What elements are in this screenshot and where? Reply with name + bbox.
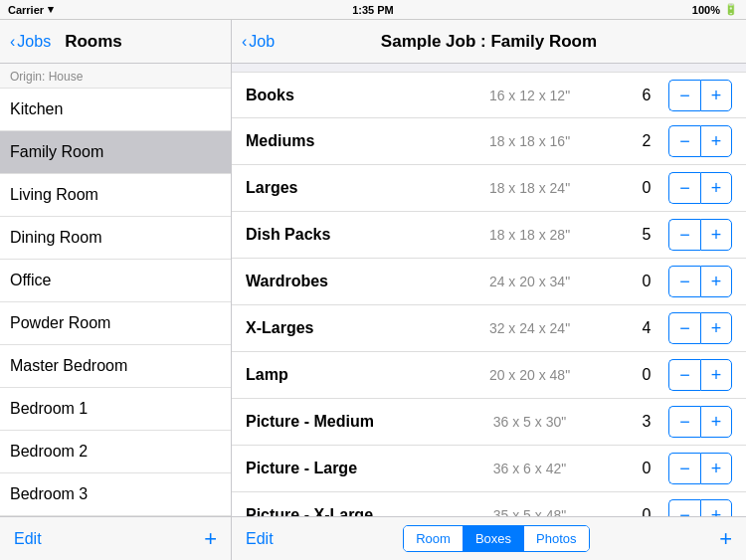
right-edit-button[interactable]: Edit	[246, 530, 274, 548]
box-controls: − +	[668, 499, 732, 516]
box-count: 0	[635, 366, 658, 384]
content-row: Origin: House KitchenFamily RoomLiving R…	[0, 64, 746, 560]
seg-btn-boxes[interactable]: Boxes	[464, 526, 524, 551]
box-row-wardrobes: Wardrobes 24 x 20 x 34" 0 − +	[232, 259, 746, 305]
jobs-back-button[interactable]: ‹ Jobs	[10, 33, 51, 51]
decrement-button[interactable]: −	[668, 453, 700, 484]
box-count: 4	[635, 319, 658, 337]
box-dims: 36 x 6 x 42"	[425, 461, 635, 476]
box-count: 2	[635, 132, 658, 150]
increment-button[interactable]: +	[700, 125, 732, 157]
box-count: 0	[635, 460, 658, 477]
increment-button[interactable]: +	[700, 406, 732, 438]
sidebar-item-bedroom-2[interactable]: Bedroom 2	[0, 431, 231, 473]
right-footer: Edit RoomBoxesPhotos +	[232, 516, 746, 560]
wifi-icon: ▾	[48, 3, 54, 16]
box-row-mediums: Mediums 18 x 18 x 16" 2 − +	[232, 118, 746, 165]
status-right: 100% 🔋	[692, 3, 738, 16]
increment-button[interactable]: +	[700, 453, 732, 484]
box-count: 3	[635, 413, 658, 431]
right-add-button[interactable]: +	[719, 528, 732, 550]
box-dims: 36 x 5 x 30"	[425, 414, 635, 430]
decrement-button[interactable]: −	[668, 125, 700, 157]
box-dims: 32 x 24 x 24"	[425, 320, 635, 336]
battery-label: 100%	[692, 4, 720, 16]
box-row-x-larges: X-Larges 32 x 24 x 24" 4 − +	[232, 305, 746, 352]
right-panel: Books 16 x 12 x 12" 6 − + Mediums 18 x 1…	[232, 64, 746, 560]
boxes-list: Books 16 x 12 x 12" 6 − + Mediums 18 x 1…	[232, 64, 746, 516]
seg-btn-photos[interactable]: Photos	[524, 526, 588, 551]
box-name: Lamp	[246, 366, 425, 384]
sidebar-footer: Edit +	[0, 516, 231, 560]
right-nav: ‹ Job Sample Job : Family Room	[232, 20, 746, 63]
sidebar-list: KitchenFamily RoomLiving RoomDining Room…	[0, 89, 231, 516]
decrement-button[interactable]: −	[668, 499, 700, 516]
sidebar-edit-button[interactable]: Edit	[14, 530, 42, 548]
sidebar-origin: Origin: House	[0, 64, 231, 89]
back-chevron-icon: ‹	[10, 33, 15, 51]
box-dims: 20 x 20 x 48"	[425, 367, 635, 383]
decrement-button[interactable]: −	[668, 359, 700, 391]
box-row-lamp: Lamp 20 x 20 x 48" 0 − +	[232, 352, 746, 399]
sidebar-item-living-room[interactable]: Living Room	[0, 174, 231, 217]
box-name: X-Larges	[246, 319, 425, 337]
box-controls: − +	[668, 125, 732, 157]
box-name: Picture - Medium	[246, 413, 425, 431]
box-row-larges: Larges 18 x 18 x 24" 0 − +	[232, 165, 746, 212]
sidebar-add-button[interactable]: +	[204, 528, 217, 550]
box-name: Larges	[246, 179, 425, 197]
increment-button[interactable]: +	[700, 172, 732, 204]
box-controls: − +	[668, 172, 732, 204]
box-dims: 18 x 18 x 16"	[425, 133, 635, 149]
left-nav: ‹ Jobs Rooms	[0, 20, 232, 63]
back-chevron-icon-right: ‹	[242, 33, 247, 51]
sidebar-item-dining-room[interactable]: Dining Room	[0, 217, 231, 260]
box-controls: − +	[668, 266, 732, 297]
sidebar-item-office[interactable]: Office	[0, 260, 231, 302]
box-dims: 16 x 12 x 12"	[425, 88, 635, 103]
app-container: ‹ Jobs Rooms ‹ Job Sample Job : Family R…	[0, 20, 746, 560]
sidebar: Origin: House KitchenFamily RoomLiving R…	[0, 64, 232, 560]
box-count: 0	[635, 506, 658, 516]
decrement-button[interactable]: −	[668, 80, 700, 111]
box-row-books: Books 16 x 12 x 12" 6 − +	[232, 72, 746, 118]
rooms-title: Rooms	[65, 32, 122, 52]
decrement-button[interactable]: −	[668, 266, 700, 297]
nav-row: ‹ Jobs Rooms ‹ Job Sample Job : Family R…	[0, 20, 746, 64]
box-name: Mediums	[246, 132, 425, 150]
sidebar-item-master-bedroom[interactable]: Master Bedroom	[0, 345, 231, 388]
increment-button[interactable]: +	[700, 80, 732, 111]
sidebar-item-family-room[interactable]: Family Room	[0, 131, 231, 174]
box-controls: − +	[668, 312, 732, 344]
status-bar: Carrier ▾ 1:35 PM 100% 🔋	[0, 0, 746, 20]
increment-button[interactable]: +	[700, 499, 732, 516]
box-row-picture---large: Picture - Large 36 x 6 x 42" 0 − +	[232, 446, 746, 492]
box-controls: − +	[668, 219, 732, 251]
job-back-button[interactable]: ‹ Job	[242, 33, 275, 51]
jobs-back-label: Jobs	[17, 33, 51, 51]
right-nav-title: Sample Job : Family Room	[381, 32, 597, 52]
box-name: Wardrobes	[246, 273, 425, 290]
increment-button[interactable]: +	[700, 266, 732, 297]
increment-button[interactable]: +	[700, 312, 732, 344]
sidebar-item-kitchen[interactable]: Kitchen	[0, 89, 231, 131]
box-controls: − +	[668, 80, 732, 111]
decrement-button[interactable]: −	[668, 406, 700, 438]
box-count: 0	[635, 179, 658, 197]
box-count: 0	[635, 273, 658, 290]
job-back-label: Job	[249, 33, 275, 51]
sidebar-item-powder-room[interactable]: Powder Room	[0, 302, 231, 345]
box-controls: − +	[668, 359, 732, 391]
decrement-button[interactable]: −	[668, 312, 700, 344]
decrement-button[interactable]: −	[668, 172, 700, 204]
box-dims: 35 x 5 x 48"	[425, 507, 635, 516]
sidebar-item-bedroom-3[interactable]: Bedroom 3	[0, 473, 231, 516]
sidebar-item-bedroom-1[interactable]: Bedroom 1	[0, 388, 231, 431]
decrement-button[interactable]: −	[668, 219, 700, 251]
increment-button[interactable]: +	[700, 219, 732, 251]
box-name: Books	[246, 87, 425, 104]
increment-button[interactable]: +	[700, 359, 732, 391]
status-left: Carrier ▾	[8, 3, 54, 16]
seg-btn-room[interactable]: Room	[404, 526, 464, 551]
status-time: 1:35 PM	[352, 4, 394, 16]
